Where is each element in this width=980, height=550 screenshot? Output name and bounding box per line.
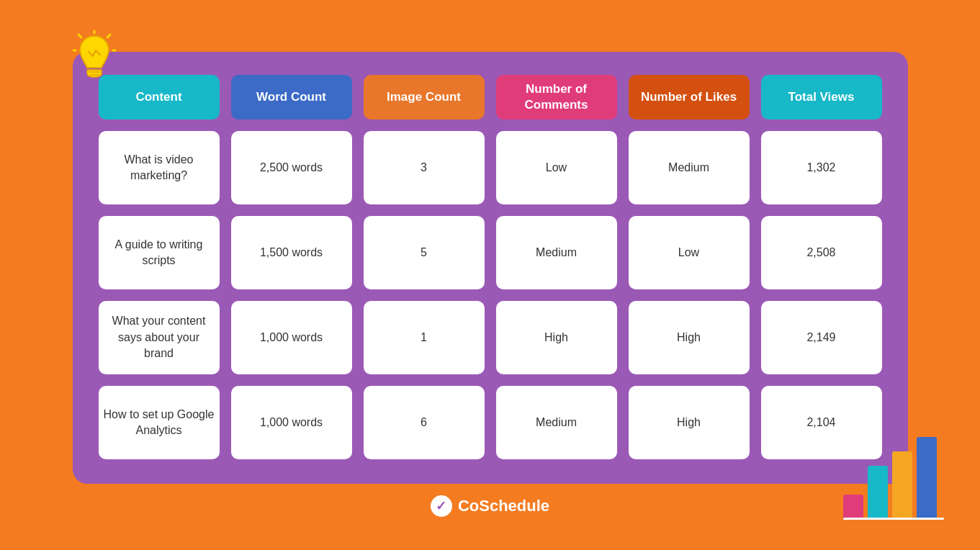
cell-image_count: 5 <box>361 213 487 292</box>
cell-value-num_likes: Medium <box>629 131 750 204</box>
cell-value-num_comments: High <box>496 301 617 374</box>
bar-chart-bar <box>917 437 937 520</box>
cell-value-total_views: 2,508 <box>761 216 882 289</box>
cell-num_likes: High <box>626 298 752 377</box>
cell-value-total_views: 2,149 <box>761 301 882 374</box>
cell-content: A guide to writing scripts <box>96 213 222 292</box>
coschedule-logo-icon: ✓ <box>431 495 452 517</box>
cell-num_likes: Medium <box>626 128 752 207</box>
cell-value-content: A guide to writing scripts <box>99 216 220 289</box>
content-table: Content Word Count Image Count Number of… <box>90 66 891 468</box>
header-num-likes: Number of Likes <box>626 72 752 122</box>
cell-value-content: How to set up Google Analytics <box>99 386 220 459</box>
bar-chart-bar <box>892 451 912 520</box>
cell-num_comments: Medium <box>493 383 620 462</box>
chart-baseline <box>843 518 944 520</box>
cell-content: What your content says about your brand <box>96 298 222 377</box>
cell-num_comments: Medium <box>493 213 620 292</box>
cell-num_likes: Low <box>626 213 752 292</box>
brand-name: CoSchedule <box>458 497 549 515</box>
bar-chart <box>843 426 944 520</box>
svg-line-3 <box>78 35 81 37</box>
table-row: What is video marketing?2,500 words3LowM… <box>96 128 885 207</box>
header-num-comments: Number of Comments <box>493 72 620 122</box>
bar-chart-bar <box>843 495 863 520</box>
header-num-likes-label: Number of Likes <box>629 75 750 120</box>
cell-value-word_count: 1,000 words <box>231 301 352 374</box>
cell-word_count: 1,500 words <box>228 213 355 292</box>
cell-total_views: 2,149 <box>758 298 885 377</box>
cell-num_comments: High <box>493 298 620 377</box>
cell-value-word_count: 1,000 words <box>231 386 352 459</box>
cell-image_count: 1 <box>361 298 487 377</box>
header-content-label: Content <box>99 75 220 120</box>
cell-content: What is video marketing? <box>96 128 222 207</box>
header-word-count: Word Count <box>228 72 355 122</box>
header-total-views-label: Total Views <box>761 75 882 120</box>
cell-value-word_count: 2,500 words <box>231 131 352 204</box>
table-row: What your content says about your brand1… <box>96 298 885 377</box>
cell-value-num_likes: Low <box>629 216 750 289</box>
cell-value-image_count: 5 <box>364 216 485 289</box>
svg-line-1 <box>107 35 110 37</box>
bar-chart-bar <box>868 466 888 520</box>
lightbulb-icon <box>73 30 116 81</box>
cell-num_comments: Low <box>493 128 620 207</box>
table-container: Content Word Count Image Count Number of… <box>73 52 908 484</box>
header-total-views: Total Views <box>758 72 885 122</box>
cell-num_likes: High <box>626 383 752 462</box>
cell-value-image_count: 3 <box>364 131 485 204</box>
branding-bar: ✓ CoSchedule <box>30 495 951 517</box>
cell-value-content: What is video marketing? <box>99 131 220 204</box>
cell-value-content: What your content says about your brand <box>99 301 220 374</box>
main-container: Content Word Count Image Count Number of… <box>30 23 951 527</box>
cell-value-num_comments: Low <box>496 131 617 204</box>
cell-total_views: 1,302 <box>758 128 885 207</box>
header-word-count-label: Word Count <box>231 75 352 120</box>
cell-image_count: 3 <box>361 128 487 207</box>
cell-value-num_comments: Medium <box>496 216 617 289</box>
cell-value-num_comments: Medium <box>496 386 617 459</box>
cell-value-image_count: 6 <box>364 386 485 459</box>
cell-total_views: 2,508 <box>758 213 885 292</box>
cell-image_count: 6 <box>361 383 487 462</box>
cell-value-num_likes: High <box>629 301 750 374</box>
cell-content: How to set up Google Analytics <box>96 383 222 462</box>
header-image-count: Image Count <box>361 72 487 122</box>
cell-word_count: 2,500 words <box>228 128 355 207</box>
cell-value-num_likes: High <box>629 386 750 459</box>
table-row: A guide to writing scripts1,500 words5Me… <box>96 213 885 292</box>
header-num-comments-label: Number of Comments <box>496 75 617 120</box>
header-image-count-label: Image Count <box>364 75 485 120</box>
cell-value-total_views: 1,302 <box>761 131 882 204</box>
table-row: How to set up Google Analytics1,000 word… <box>96 383 885 462</box>
cell-value-word_count: 1,500 words <box>231 216 352 289</box>
cell-word_count: 1,000 words <box>228 298 355 377</box>
cell-word_count: 1,000 words <box>228 383 355 462</box>
cell-value-image_count: 1 <box>364 301 485 374</box>
